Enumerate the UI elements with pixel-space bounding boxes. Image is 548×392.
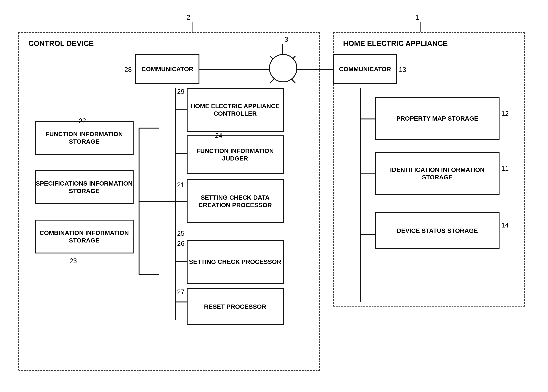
communicator-left-box: COMMUNICATOR bbox=[135, 54, 200, 84]
ref-14: 14 bbox=[501, 221, 509, 229]
function-information-judger-label: FUNCTION INFORMATION JUDGER bbox=[187, 147, 283, 162]
ref-28: 28 bbox=[125, 66, 132, 74]
property-map-storage-box: PROPERTY MAP STORAGE bbox=[375, 97, 499, 140]
identification-information-storage-label: IDENTIFICATION INFORMATION STORAGE bbox=[376, 166, 499, 181]
reset-processor-label: RESET PROCESSOR bbox=[204, 303, 266, 310]
ref-21: 21 bbox=[177, 181, 184, 189]
network-symbol bbox=[269, 54, 297, 82]
ref-25: 25 bbox=[177, 230, 184, 237]
ref-1: 1 bbox=[415, 14, 419, 21]
home-electric-appliance-controller-label: HOME ELECTRIC APPLIANCE CONTROLLER bbox=[187, 102, 283, 117]
diagram-container: 2 1 3 CONTROL DEVICE HOME ELECTRIC APPLI… bbox=[0, 0, 548, 392]
setting-check-processor-box: SETTING CHECK PROCESSOR bbox=[187, 240, 284, 284]
communicator-right-label: COMMUNICATOR bbox=[339, 65, 391, 73]
communicator-right-box: COMMUNICATOR bbox=[333, 54, 397, 84]
device-status-storage-label: DEVICE STATUS STORAGE bbox=[397, 227, 478, 234]
function-information-storage-label: FUNCTION INFORMATION STORAGE bbox=[36, 130, 133, 145]
ref-2: 2 bbox=[187, 14, 190, 21]
control-device-label: CONTROL DEVICE bbox=[28, 39, 94, 48]
ref-12: 12 bbox=[501, 110, 509, 118]
specifications-information-storage-label: SPECIFICATIONS INFORMATION STORAGE bbox=[36, 180, 133, 195]
ref-26: 26 bbox=[177, 240, 184, 247]
communicator-left-label: COMMUNICATOR bbox=[141, 65, 193, 73]
property-map-storage-label: PROPERTY MAP STORAGE bbox=[396, 115, 478, 122]
combination-information-storage-box: COMBINATION INFORMATION STORAGE bbox=[35, 220, 134, 253]
device-status-storage-box: DEVICE STATUS STORAGE bbox=[375, 212, 499, 249]
function-information-storage-box: FUNCTION INFORMATION STORAGE bbox=[35, 121, 134, 155]
function-information-judger-box: FUNCTION INFORMATION JUDGER bbox=[187, 135, 284, 174]
ref-29: 29 bbox=[177, 88, 184, 96]
home-electric-appliance-controller-box: HOME ELECTRIC APPLIANCE CONTROLLER bbox=[187, 88, 284, 132]
ref-23: 23 bbox=[69, 257, 77, 265]
reset-processor-box: RESET PROCESSOR bbox=[187, 288, 284, 325]
specifications-information-storage-box: SPECIFICATIONS INFORMATION STORAGE bbox=[35, 170, 134, 204]
ref-11: 11 bbox=[501, 165, 509, 172]
home-electric-appliance-label: HOME ELECTRIC APPLIANCE bbox=[343, 39, 448, 48]
setting-check-processor-label: SETTING CHECK PROCESSOR bbox=[189, 258, 281, 266]
ref-22: 22 bbox=[79, 117, 86, 125]
ref-13: 13 bbox=[399, 66, 406, 74]
identification-information-storage-box: IDENTIFICATION INFORMATION STORAGE bbox=[375, 152, 499, 195]
ref-27: 27 bbox=[177, 288, 184, 296]
setting-check-data-creation-processor-box: SETTING CHECK DATA CREATION PROCESSOR bbox=[187, 179, 284, 223]
ref-24: 24 bbox=[215, 132, 222, 140]
setting-check-data-creation-processor-label: SETTING CHECK DATA CREATION PROCESSOR bbox=[187, 194, 283, 209]
combination-information-storage-label: COMBINATION INFORMATION STORAGE bbox=[36, 229, 133, 244]
